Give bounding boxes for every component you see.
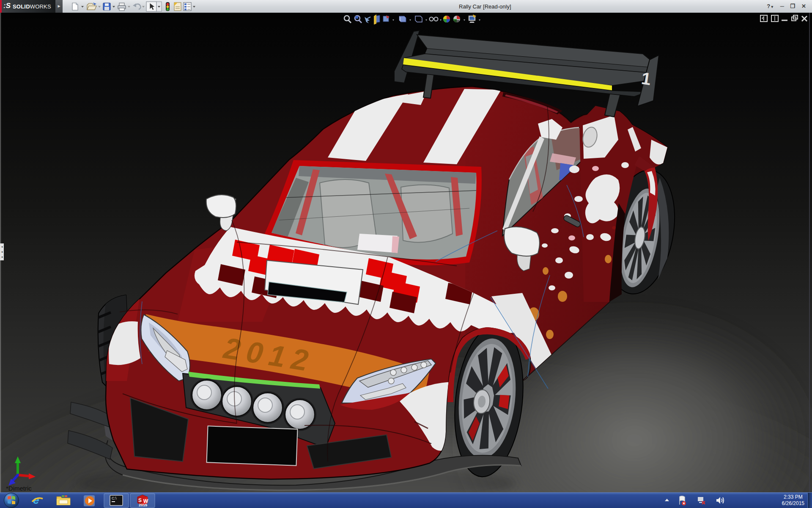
svg-text:2015: 2015 xyxy=(139,503,147,507)
svg-text:C:\: C:\ xyxy=(112,496,117,500)
svg-text:S: S xyxy=(138,497,142,503)
